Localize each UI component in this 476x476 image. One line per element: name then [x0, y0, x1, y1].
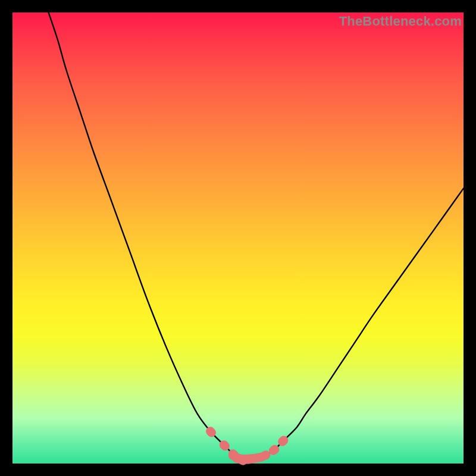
watermark-text: TheBottleneck.com	[339, 14, 462, 29]
curve-markers	[204, 425, 290, 466]
chart-frame: TheBottleneck.com	[0, 0, 476, 476]
bottleneck-curve-svg	[12, 12, 464, 464]
bottleneck-curve-path	[49, 12, 464, 459]
